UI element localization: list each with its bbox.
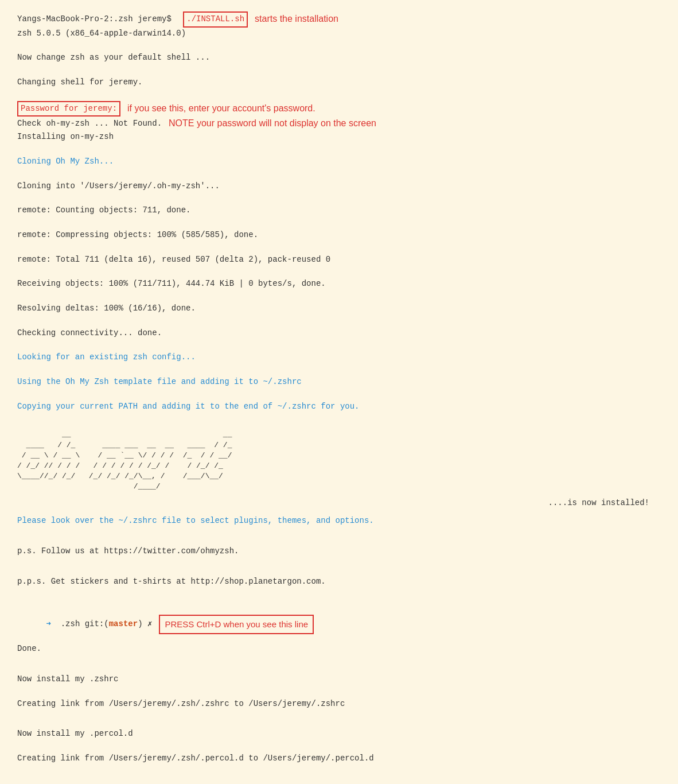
line-looking-for: Looking for an existing zsh config... xyxy=(17,351,661,364)
annotation-note-password: NOTE your password will not display on t… xyxy=(169,117,376,131)
line-ps-follow: p.s. Follow us at https://twitter.com/oh… xyxy=(17,545,661,558)
line-creating-link-zshrc: Creating link from /Users/jeremy/.zsh/.z… xyxy=(17,698,661,711)
install-sh-box: ./INSTALL.sh xyxy=(183,11,248,28)
spacer-2 xyxy=(17,540,661,545)
line-check-oh: Check oh-my-zsh ... Not Found. NOTE your… xyxy=(17,117,661,131)
spacer-4 xyxy=(17,600,661,606)
line-creating-link-percol: Creating link from /Users/jeremy/.zsh/.p… xyxy=(17,752,661,765)
spacer-7 xyxy=(17,777,661,783)
line-please-look: Please look over the ~/.zshrc file to se… xyxy=(17,515,661,527)
line-now-install-percol: Now install my .percol.d xyxy=(17,728,661,740)
installed-text: ....is now installed! xyxy=(548,497,649,510)
annotation-starts-installation: starts the installation xyxy=(255,12,338,26)
line-prompt1: Yangs-MacBook-Pro-2:.zsh jeremy$ ./INSTA… xyxy=(17,11,661,28)
line-remote-compress: remote: Compressing objects: 100% (585/5… xyxy=(17,229,661,242)
line-changing-shell: Changing shell for jeremy. xyxy=(17,76,661,89)
line-remote-counting: remote: Counting objects: 711, done. xyxy=(17,204,661,217)
line-change-zsh: Now change zsh as your default shell ... xyxy=(17,52,661,64)
terminal-window: Yangs-MacBook-Pro-2:.zsh jeremy$ ./INSTA… xyxy=(17,11,661,784)
line-zsh-prompt2: ➜ .zsh git:(master) ✗ PRESS Ctrl+D when … xyxy=(17,606,661,643)
ascii-art-omzsh: __ __ ____ / /_ ____ ___ __ __ ____ / /_… xyxy=(17,429,661,492)
check-oh-text: Check oh-my-zsh ... Not Found. xyxy=(17,118,162,130)
line-cloning-oh: Cloning Oh My Zsh... xyxy=(17,156,661,168)
line-installing: Installing on-my-zsh xyxy=(17,131,661,143)
line-remote-total: remote: Total 711 (delta 16), reused 507… xyxy=(17,254,661,266)
line-copying-path: Copying your current PATH and adding it … xyxy=(17,401,661,413)
line-now-install-zshrc: Now install my .zshrc xyxy=(17,673,661,686)
spacer-6 xyxy=(17,722,661,728)
spacer-5 xyxy=(17,667,661,673)
line-checking-conn: Checking connectivity... done. xyxy=(17,327,661,340)
installed-line: ....is now installed! xyxy=(17,497,661,510)
annotation-ctrl-d-box: PRESS Ctrl+D when you see this line xyxy=(159,615,314,634)
line-receiving: Receiving objects: 100% (711/711), 444.7… xyxy=(17,278,661,290)
zsh-prompt-arrow: ➜ .zsh git:(master) ✗ xyxy=(17,606,152,643)
password-box: Password for jeremy: xyxy=(17,101,120,117)
spacer-1 xyxy=(17,509,661,515)
line-password: Password for jeremy: if you see this, en… xyxy=(17,101,661,117)
annotation-password: if you see this, enter your account's pa… xyxy=(127,102,315,116)
line-done: Done. xyxy=(17,643,661,655)
line-using-template: Using the Oh My Zsh template file and ad… xyxy=(17,376,661,389)
line-cloning-into: Cloning into '/Users/jeremy/.oh-my-zsh'.… xyxy=(17,180,661,193)
line-zsh-version: zsh 5.0.5 (x86_64-apple-darwin14.0) xyxy=(17,28,661,40)
line-resolving: Resolving deltas: 100% (16/16), done. xyxy=(17,302,661,315)
line-pps-stickers: p.p.s. Get stickers and t-shirts at http… xyxy=(17,576,661,588)
spacer-3 xyxy=(17,570,661,576)
prompt-text-1: Yangs-MacBook-Pro-2:.zsh jeremy$ xyxy=(17,13,176,26)
